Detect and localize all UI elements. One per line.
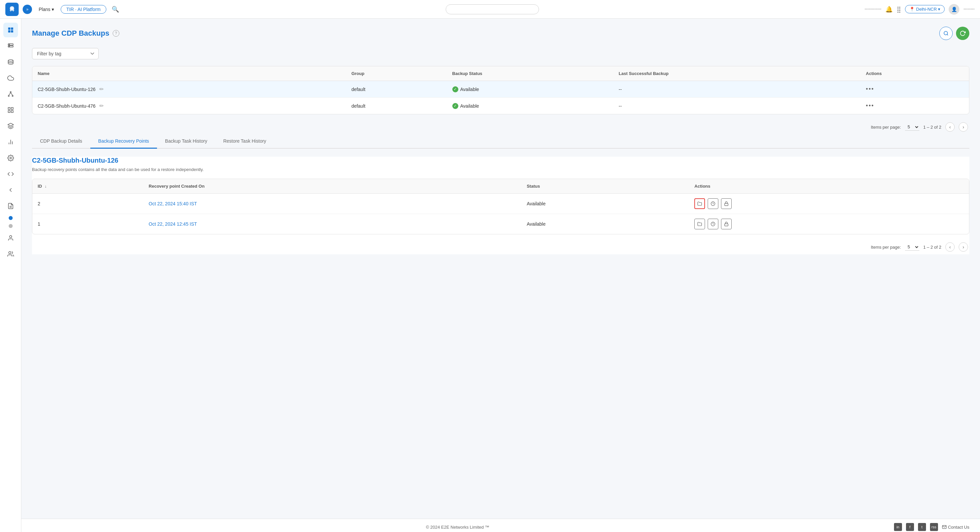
sidebar-item-deploy[interactable] [3,119,18,133]
col-status: Status [521,179,689,194]
inner-next-page-button[interactable]: › [959,242,968,252]
next-page-button[interactable]: › [959,122,968,132]
tab-restore-task-history[interactable]: Restore Task History [215,134,274,149]
notifications-button[interactable]: 🔔 [885,6,892,13]
recovery-point-link[interactable]: Oct 22, 2024 15:40 IST [149,201,197,206]
filter-by-tag-select[interactable]: Filter by tag [32,48,99,59]
nav-right-section: •••••••••••• 🔔 ⣿ 📍 Delhi-NCR ▾ 👤 •••••••… [865,4,975,15]
folder-button[interactable] [694,219,705,229]
items-per-page-label: Items per page: [871,125,900,130]
sidebar-item-network[interactable] [3,87,18,101]
recovery-point-link[interactable]: Oct 22, 2024 12:45 IST [149,221,197,227]
cell-name: C2-5GB-Shubh-Ubuntu-126 ✏ [32,81,346,98]
svg-rect-30 [725,203,728,205]
inner-items-per-page-select[interactable]: 5 10 25 [905,243,920,251]
nav-search-button[interactable]: 🔍 [110,4,120,14]
linkedin-icon[interactable]: in [894,523,902,531]
status-available: ✓ Available [452,103,608,109]
top-navigation: » Plans ▾ TIR · AI Platform 🔍 ••••••••••… [0,0,980,19]
sidebar-item-dashboard[interactable] [3,23,18,37]
search-button[interactable] [939,27,953,40]
history-button[interactable] [708,219,718,229]
sidebar-item-grid[interactable] [3,103,18,117]
sidebar-expand-button[interactable]: » [23,5,32,14]
sort-icon[interactable]: ↓ [45,184,47,189]
refresh-button[interactable] [956,27,969,40]
location-dropdown-icon: ▾ [938,7,940,12]
folder-button-highlighted[interactable] [694,198,705,209]
edit-icon[interactable]: ✏ [99,86,103,92]
header-actions [939,27,969,40]
lock-button[interactable] [721,198,732,209]
facebook-icon[interactable]: f [906,523,914,531]
prev-page-button[interactable]: ‹ [945,122,955,132]
recovery-points-table: ID ↓ Recovery point Created On Status Ac… [32,179,969,234]
page-header: Manage CDP Backups ? [32,27,969,40]
tab-backup-recovery-points[interactable]: Backup Recovery Points [90,134,158,149]
sidebar-item-storage[interactable] [3,55,18,69]
lock-button[interactable] [721,219,732,229]
filter-row: Filter by tag [32,48,969,59]
apps-grid-button[interactable]: ⣿ [897,6,901,13]
sidebar-status-inactive [9,224,13,228]
col-group: Group [346,66,447,81]
svg-rect-16 [11,108,13,110]
cell-id: 2 [32,194,143,214]
cell-created-on: Oct 22, 2024 12:45 IST [143,214,521,234]
detail-section: C2-5GB-Shubh-Ubuntu-126 Backup recovery … [32,157,969,254]
tir-platform-button[interactable]: TIR · AI Platform [60,5,107,14]
center-search-input[interactable] [445,4,539,14]
table-row: 1 Oct 22, 2024 12:45 IST Available [32,214,969,234]
row-actions-menu-button[interactable]: ••• [866,86,874,92]
edit-icon[interactable]: ✏ [99,103,103,109]
user-display-name: •••••••• [963,7,975,12]
col-name: Name [32,66,346,81]
svg-point-25 [10,236,12,238]
sidebar-item-analytics[interactable] [3,135,18,149]
sidebar-item-account[interactable] [3,231,18,245]
svg-rect-1 [8,28,10,30]
logo-icon[interactable] [5,3,19,16]
svg-line-14 [11,93,13,96]
tab-cdp-backup-details[interactable]: CDP Backup Details [32,134,90,149]
col-last-backup: Last Successful Backup [613,66,861,81]
page-title-row: Manage CDP Backups ? [32,29,119,38]
col-actions: Actions [861,66,969,81]
main-table-pagination: Items per page: 5 10 25 1 – 2 of 2 ‹ › [32,119,969,134]
col-id: ID ↓ [32,179,143,194]
cell-name: C2-5GB-Shubh-Ubuntu-476 ✏ [32,98,346,114]
cell-last-backup: -- [613,81,861,98]
inner-table-header: ID ↓ Recovery point Created On Status Ac… [32,179,969,194]
sidebar-item-cloud[interactable] [3,71,18,85]
sidebar-item-users[interactable] [3,247,18,261]
plans-menu-button[interactable]: Plans ▾ [36,5,57,13]
svg-point-11 [8,96,9,96]
sidebar-item-docs[interactable] [3,199,18,213]
contact-us-link[interactable]: Contact Us [942,525,969,530]
location-icon: 📍 [909,7,915,12]
cell-group: default [346,81,447,98]
sidebar-item-code[interactable] [3,167,18,182]
user-avatar-button[interactable]: 👤 [949,4,959,15]
inner-table-pagination: Items per page: 5 10 25 1 – 2 of 2 ‹ › [32,240,969,254]
items-per-page-select[interactable]: 5 10 25 [905,123,920,131]
svg-line-13 [9,93,11,96]
cell-status: ✓ Available [447,98,614,114]
row-actions-menu-button[interactable]: ••• [866,102,874,109]
tab-backup-task-history[interactable]: Backup Task History [157,134,215,149]
inner-prev-page-button[interactable]: ‹ [945,242,955,252]
location-selector[interactable]: 📍 Delhi-NCR ▾ [905,5,945,13]
history-button[interactable] [708,198,718,209]
rss-icon[interactable]: rss [930,523,938,531]
svg-point-22 [10,157,11,159]
cell-status: Available [521,214,689,234]
table-row: C2-5GB-Shubh-Ubuntu-126 ✏ default ✓ Avai… [32,81,969,98]
help-icon[interactable]: ? [113,30,119,37]
cell-status: ✓ Available [447,81,614,98]
sidebar-item-settings[interactable] [3,151,18,165]
sidebar-item-arrow[interactable] [3,183,18,198]
twitter-icon[interactable]: t [918,523,926,531]
recovery-points-inner-table: ID ↓ Recovery point Created On Status Ac… [32,179,969,234]
sidebar-item-servers[interactable] [3,39,18,53]
cell-id: 1 [32,214,143,234]
